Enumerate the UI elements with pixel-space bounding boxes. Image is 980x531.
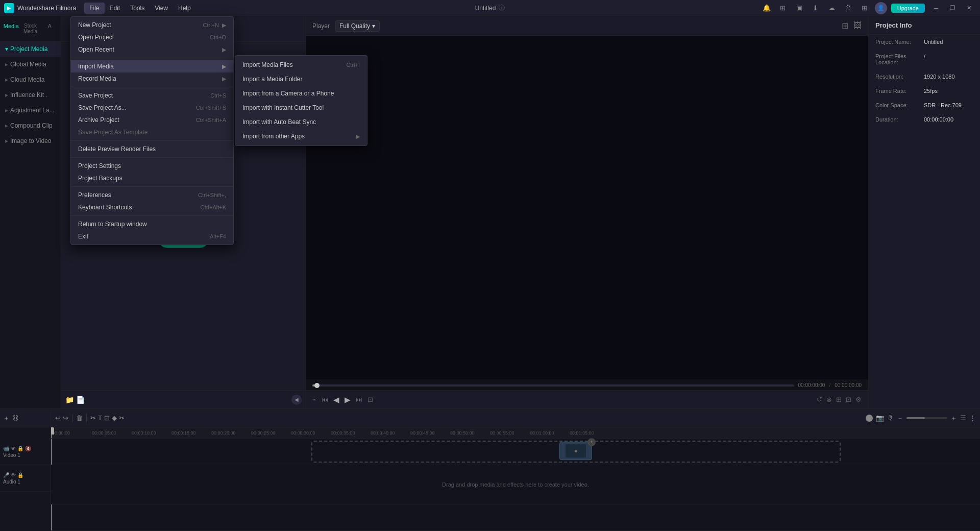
menu-import-media[interactable]: Import Media ▶ (71, 60, 233, 73)
sidebar-tab-audio[interactable]: A (40, 20, 59, 37)
tl-record-btn[interactable] (866, 415, 873, 422)
settings-ctrl-icon[interactable]: ⚙ (855, 396, 862, 403)
sidebar-item-global-media[interactable]: ▸ Global Media (0, 57, 61, 72)
submenu-import-camera[interactable]: Import from a Camera or a Phone (235, 86, 367, 101)
menu-return-startup[interactable]: Return to Startup window (71, 218, 233, 230)
progress-bar-area: 00:00:00:00 / 00:00:00:00 (306, 379, 868, 390)
menu-project-settings[interactable]: Project Settings (71, 160, 233, 172)
submenu-import-folder[interactable]: Import a Media Folder (235, 72, 367, 86)
tl-scissors-icon[interactable]: ✂ (119, 414, 125, 422)
progress-bar[interactable] (312, 384, 794, 387)
add-folder-icon[interactable]: 📁 (65, 396, 74, 404)
layout-icon[interactable]: ⊞ (777, 2, 789, 14)
add-file-icon[interactable]: 📄 (76, 396, 85, 404)
download-icon[interactable]: ⬇ (810, 2, 822, 14)
submenu-instant-cutter[interactable]: Import with Instant Cutter Tool (235, 101, 367, 115)
tl-crop-icon[interactable]: ⊡ (104, 414, 110, 422)
file-dropdown-menu: New Project Ctrl+N ▶ Open Project Ctrl+O… (70, 16, 234, 245)
menu-view[interactable]: View (150, 3, 173, 14)
tl-redo-icon[interactable]: ↪ (63, 414, 68, 422)
grid-view-icon[interactable]: ⊞ (842, 21, 848, 31)
tl-link-icon[interactable]: ⛓ (12, 414, 18, 422)
sidebar-tab-stock[interactable]: Stock Media (21, 20, 40, 37)
menu-exit-label: Exit (78, 233, 210, 240)
menu-archive[interactable]: Archive Project Ctrl+Shift+A (71, 114, 233, 126)
sidebar-tab-media[interactable]: Media (2, 20, 20, 37)
tl-camera-icon[interactable]: 📹 (3, 446, 9, 451)
tl-add-icon[interactable]: ＋ (3, 414, 10, 423)
menu-record-media[interactable]: Record Media ▶ (71, 73, 233, 85)
tl-lock2-icon[interactable]: 🔒 (17, 472, 23, 478)
prev-frame-btn[interactable]: ⏮ (322, 396, 328, 403)
maximize-button[interactable]: ❐ (945, 3, 960, 13)
menu-save-project[interactable]: Save Project Ctrl+S (71, 89, 233, 102)
menu-section-save: Save Project Ctrl+S Save Project As... C… (71, 87, 233, 141)
menu-keyboard-shortcuts[interactable]: Keyboard Shortcuts Ctrl+Alt+K (71, 201, 233, 213)
collapse-panel-btn[interactable]: ◀ (291, 395, 302, 405)
close-button[interactable]: ✕ (962, 3, 976, 13)
upgrade-button[interactable]: Upgrade (891, 4, 925, 13)
tl-mic-icon[interactable]: 🎤 (3, 472, 9, 478)
tl-list-icon[interactable]: ☰ (960, 414, 966, 422)
menu-open-project[interactable]: Open Project Ctrl+O (71, 31, 233, 43)
grid-icon[interactable]: ⊞ (859, 2, 871, 14)
clip-add-btn[interactable]: + (587, 438, 596, 446)
snapshot-icon[interactable]: 🖼 (853, 21, 862, 31)
tl-cut-icon[interactable]: ✂ (90, 414, 96, 422)
menu-save-as[interactable]: Save Project As... Ctrl+Shift+S (71, 102, 233, 114)
tl-zoom-slider[interactable] (906, 417, 947, 419)
menu-file[interactable]: File (84, 3, 104, 14)
menu-delete-preview[interactable]: Delete Preview Render Files (71, 143, 233, 155)
tl-text-icon[interactable]: T (98, 414, 102, 422)
menu-edit[interactable]: Edit (105, 3, 126, 14)
sidebar-item-compound-clip[interactable]: ▸ Compound Clip (0, 118, 61, 133)
sidebar-item-adjustment[interactable]: ▸ Adjustment La... (0, 103, 61, 118)
menu-help[interactable]: Help (173, 3, 196, 14)
tl-eye-icon[interactable]: 👁 (11, 446, 16, 451)
mark-in-icon[interactable]: ⌁ (312, 396, 316, 403)
bell-icon[interactable]: 🔔 (761, 2, 773, 14)
minimize-button[interactable]: ─ (929, 3, 943, 13)
screen-icon[interactable]: ▣ (793, 2, 805, 14)
submenu-other-apps[interactable]: Import from other Apps ▶ (235, 129, 367, 143)
menu-project-backups[interactable]: Project Backups (71, 172, 233, 184)
menu-save-template[interactable]: Save Project As Template (71, 126, 233, 138)
player-area: Player Full Quality ▾ ⊞ 🖼 (306, 16, 868, 408)
tl-lock-icon[interactable]: 🔒 (17, 446, 23, 451)
avatar[interactable]: 👤 (875, 2, 887, 14)
extra-icon[interactable]: ⊡ (846, 396, 851, 403)
tl-eye2-icon[interactable]: 👁 (11, 472, 16, 478)
sidebar-item-cloud-media[interactable]: ▸ Cloud Media (0, 72, 61, 87)
tl-zoom-out-icon[interactable]: － (897, 414, 903, 423)
menu-exit[interactable]: Exit Alt+F4 (71, 230, 233, 243)
play-btn[interactable]: ▶ (345, 395, 351, 404)
sidebar-item-project-media[interactable]: ▾ Project Media (0, 41, 61, 57)
loop-icon[interactable]: ↺ (817, 396, 822, 403)
tl-mic2-icon[interactable]: 🎙 (887, 414, 894, 422)
quality-selector[interactable]: Full Quality ▾ (335, 20, 380, 32)
sidebar-item-image-to-video[interactable]: ▸ Image to Video (0, 133, 61, 149)
sidebar-item-influence-kit[interactable]: ▸ Influence Kit . (0, 87, 61, 103)
play-back-btn[interactable]: ◀ (333, 395, 339, 404)
overlay-icon[interactable]: ⊞ (836, 396, 842, 403)
next-frame-btn[interactable]: ⏭ (356, 396, 362, 403)
tl-keyframe-icon[interactable]: ◆ (112, 414, 117, 422)
tl-more-icon[interactable]: ⋮ (969, 414, 976, 422)
ruler-mark-13: 00:01:05:00 (569, 430, 608, 436)
timer-icon[interactable]: ⏱ (842, 2, 854, 14)
clip-block[interactable]: ● + (559, 442, 592, 460)
tl-zoom-in-icon[interactable]: ＋ (950, 414, 957, 423)
submenu-auto-beat[interactable]: Import with Auto Beat Sync (235, 115, 367, 129)
fullscreen-btn[interactable]: ⊡ (368, 396, 373, 403)
submenu-import-files[interactable]: Import Media Files Ctrl+I (235, 58, 367, 72)
tl-camera2-icon[interactable]: 📷 (876, 414, 884, 422)
cloud-upload-icon[interactable]: ☁ (826, 2, 838, 14)
snap-icon[interactable]: ⊗ (826, 396, 832, 403)
tl-undo-icon[interactable]: ↩ (55, 414, 61, 422)
menu-open-recent[interactable]: Open Recent ▶ (71, 43, 233, 56)
menu-new-project[interactable]: New Project Ctrl+N ▶ (71, 19, 233, 31)
menu-preferences[interactable]: Preferences Ctrl+Shift+, (71, 189, 233, 201)
tl-delete-icon[interactable]: 🗑 (76, 414, 83, 422)
tl-mute-icon[interactable]: 🔇 (25, 446, 31, 451)
menu-tools[interactable]: Tools (125, 3, 150, 14)
